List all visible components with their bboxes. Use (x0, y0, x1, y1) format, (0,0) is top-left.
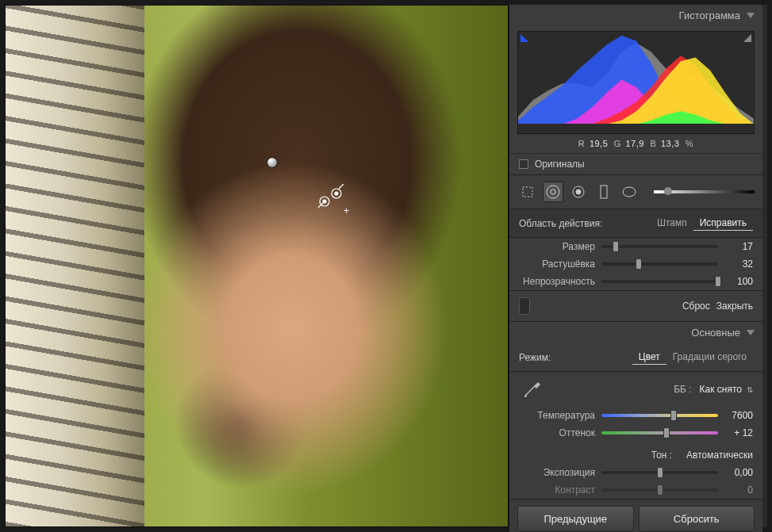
crop-tool-icon[interactable] (517, 182, 538, 202)
slider-knob[interactable] (664, 187, 672, 195)
size-value: 17 (724, 241, 753, 252)
exposure-value: 0,00 (724, 467, 753, 478)
mode-heal[interactable]: Исправить (693, 216, 753, 231)
svg-point-9 (551, 189, 555, 194)
temp-label: Температура (519, 410, 595, 421)
panel-footer: Предыдущие Сбросить (509, 499, 762, 532)
radial-tool-icon[interactable] (619, 182, 639, 202)
contrast-label: Контраст (519, 484, 595, 496)
exposure-label: Экспозиция (519, 467, 595, 478)
histogram-chart[interactable] (517, 31, 755, 134)
tone-header: Тон : Автоматически (509, 442, 762, 464)
caret-updown-icon: ⇅ (747, 385, 753, 394)
contrast-slider[interactable]: Контраст 0 (509, 481, 762, 499)
spot-reset-button[interactable]: Сброс (682, 300, 710, 312)
feather-slider[interactable]: Растушёвка 32 (509, 255, 762, 273)
rgb-readout: R 19,5 G 17,9 B 13,3 % (509, 137, 762, 153)
redeye-tool-icon[interactable] (568, 182, 589, 202)
image-canvas[interactable]: + (5, 5, 509, 527)
opacity-label: Непрозрачность (519, 276, 595, 287)
svg-rect-7 (523, 187, 532, 197)
wb-preset-dropdown[interactable]: Как снято ⇅ (700, 384, 753, 395)
spot-tool-icon[interactable] (543, 182, 563, 202)
tone-label: Тон : (651, 450, 672, 461)
collapse-icon (747, 13, 755, 18)
tint-label: Оттенок (519, 427, 595, 438)
exposure-slider[interactable]: Экспозиция 0,00 (509, 464, 762, 481)
svg-point-13 (623, 187, 636, 197)
tint-value: + 12 (724, 427, 753, 438)
treatment-row: Режим: Цвет Градации серого (509, 343, 762, 372)
feather-value: 32 (724, 258, 753, 270)
tint-slider[interactable]: Оттенок + 12 (509, 424, 762, 442)
feather-label: Растушёвка (519, 258, 595, 270)
photo-birch (6, 6, 144, 526)
panel-scrollbar[interactable] (762, 5, 767, 527)
spot-area-label: Область действия: (519, 218, 602, 229)
basic-header[interactable]: Основные (509, 321, 762, 343)
spot-footer: Сброс Закрыть (509, 290, 762, 321)
svg-rect-12 (601, 186, 607, 198)
temp-value: 7600 (724, 410, 753, 421)
treatment-color[interactable]: Цвет (632, 350, 666, 365)
toolstrip (509, 175, 762, 209)
spot-close-button[interactable]: Закрыть (716, 300, 753, 312)
histogram-section: Гистограмма R 19,5 G 17,9 B 13,3 % Ориги… (509, 5, 762, 175)
wb-row: ББ : Как снято ⇅ (509, 372, 762, 407)
originals-label: Оригиналы (535, 159, 585, 170)
size-slider[interactable]: Размер 17 (509, 238, 762, 255)
histogram-title: Гистограмма (679, 10, 740, 21)
treatment-label: Режим: (519, 352, 551, 363)
basic-title: Основные (691, 327, 740, 339)
reset-all-button[interactable]: Сбросить (639, 506, 755, 532)
pin-visibility-toggle[interactable] (519, 297, 530, 315)
spot-pin[interactable] (267, 158, 277, 167)
gradient-tool-icon[interactable] (593, 182, 614, 202)
spot-mode-seg: Штамп Исправить (651, 216, 753, 231)
originals-row[interactable]: Оригиналы (509, 153, 762, 174)
contrast-value: 0 (724, 484, 753, 496)
opacity-slider[interactable]: Непрозрачность 100 (509, 273, 762, 290)
auto-tone-button[interactable]: Автоматически (686, 450, 753, 461)
previous-button[interactable]: Предыдущие (517, 506, 634, 532)
originals-checkbox[interactable] (519, 159, 528, 169)
wb-dropper-icon[interactable] (519, 378, 546, 400)
right-panel: Гистограмма R 19,5 G 17,9 B 13,3 % Ориги… (509, 5, 762, 527)
size-label: Размер (519, 241, 595, 252)
treatment-bw[interactable]: Градации серого (666, 350, 753, 365)
app-frame: + Гистограмма R 19,5 G 17,9 B 13,3 % (0, 0, 772, 532)
mode-clone[interactable]: Штамп (651, 216, 693, 231)
exposure-mini-slider[interactable] (654, 190, 755, 193)
collapse-icon (747, 330, 755, 335)
opacity-value: 100 (724, 276, 753, 287)
svg-point-8 (547, 186, 559, 198)
spot-mode-row: Область действия: Штамп Исправить (509, 209, 762, 238)
temp-slider[interactable]: Температура 7600 (509, 407, 762, 424)
wb-label: ББ : (674, 384, 691, 395)
histogram-header[interactable]: Гистограмма (509, 5, 762, 26)
svg-point-11 (576, 189, 581, 194)
